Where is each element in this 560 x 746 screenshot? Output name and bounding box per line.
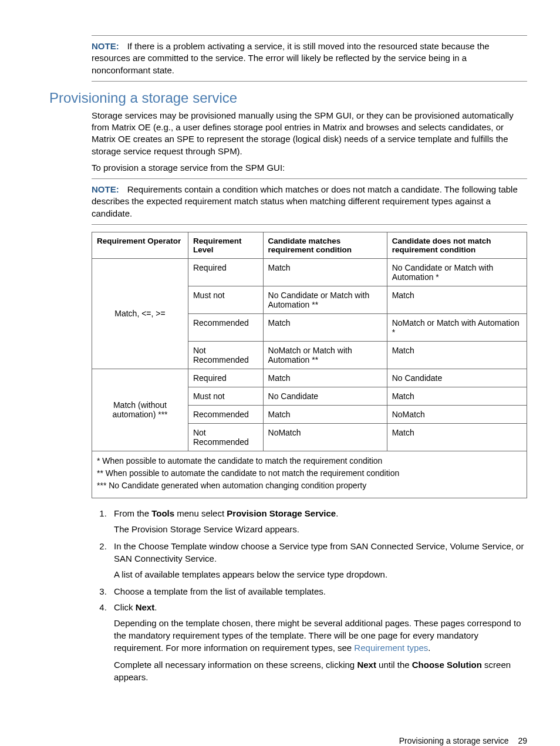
th-level: Requirement Level — [188, 232, 263, 258]
td: Not Recommended — [188, 423, 263, 451]
td-operator: Match, <=, >= — [92, 258, 188, 369]
footnote: *** No Candidate generated when automati… — [97, 480, 522, 492]
step-sub: A list of available templates appears be… — [114, 568, 527, 580]
intro-paragraph-2: To provision a storage service from the … — [92, 162, 527, 174]
table-footnotes: * When possible to automate the candidat… — [92, 451, 527, 498]
bold-tools: Tools — [151, 508, 174, 518]
text: Depending on the template chosen, there … — [114, 618, 521, 653]
text: . — [336, 508, 338, 518]
note-label: NOTE: — [92, 184, 119, 194]
td: Match — [387, 423, 527, 451]
intro-paragraph: Storage services may be provisioned manu… — [92, 110, 527, 157]
text: . — [428, 643, 430, 653]
link-requirement-types[interactable]: Requirement types — [354, 643, 428, 653]
step-4: Click Next. Depending on the template ch… — [109, 601, 527, 683]
step-text: Choose a template from the list of avail… — [114, 585, 527, 598]
page-number: 29 — [518, 736, 527, 745]
note-box-2: NOTE:Requirements contain a condition wh… — [92, 178, 527, 225]
td: Required — [188, 369, 263, 387]
step-3: Choose a template from the list of avail… — [109, 585, 527, 598]
note-text: If there is a problem activating a servi… — [92, 41, 490, 75]
td: NoMatch — [263, 423, 387, 451]
td: Match — [387, 286, 527, 313]
td: NoMatch — [387, 405, 527, 423]
note-text: Requirements contain a condition which m… — [92, 184, 518, 218]
td: Match — [263, 258, 387, 286]
td: Match — [263, 405, 387, 423]
step-1: From the Tools menu select Provision Sto… — [109, 507, 527, 535]
td: Match — [263, 313, 387, 341]
note-label: NOTE: — [92, 41, 119, 51]
td: Not Recommended — [188, 341, 263, 369]
step-text: In the Choose Template window choose a S… — [114, 540, 527, 565]
text: From the — [114, 508, 151, 518]
text: menu select — [174, 508, 227, 518]
step-2: In the Choose Template window choose a S… — [109, 540, 527, 580]
footnote: ** When possible to automate the candida… — [97, 467, 522, 480]
text: Complete all necessary information on th… — [114, 660, 357, 670]
th-match: Candidate matches requirement condition — [263, 232, 387, 258]
th-operator: Requirement Operator — [92, 232, 188, 258]
th-nomatch: Candidate does not match requirement con… — [387, 232, 527, 258]
steps-list: From the Tools menu select Provision Sto… — [92, 507, 527, 683]
td: NoMatch or Match with Automation ** — [263, 341, 387, 369]
text: until the — [376, 660, 412, 670]
bold-provision: Provision Storage Service — [227, 508, 336, 518]
td: Match — [263, 369, 387, 387]
text: . — [154, 602, 157, 612]
footnote: * When possible to automate the candidat… — [97, 455, 522, 467]
note-box-1: NOTE:If there is a problem activating a … — [92, 35, 527, 82]
td: Must not — [188, 387, 263, 405]
bold-next: Next — [136, 602, 155, 612]
section-heading: Provisioning a storage service — [49, 90, 527, 106]
bold-choose-solution: Choose Solution — [412, 660, 482, 670]
page-content: NOTE:If there is a problem activating a … — [0, 0, 560, 746]
td: Recommended — [188, 405, 263, 423]
td: No Candidate or Match with Automation ** — [263, 286, 387, 313]
td: No Candidate — [387, 369, 527, 387]
step-sub: The Provision Storage Service Wizard app… — [114, 523, 527, 535]
td: No Candidate — [263, 387, 387, 405]
td-operator: Match (without automation) *** — [92, 369, 188, 451]
text: Click — [114, 602, 136, 612]
requirements-table: Requirement Operator Requirement Level C… — [92, 232, 527, 451]
bold-next: Next — [357, 660, 376, 670]
td: Match — [387, 341, 527, 369]
td: Recommended — [188, 313, 263, 341]
page-footer: Provisioning a storage service 29 — [49, 736, 527, 745]
footer-title: Provisioning a storage service — [399, 736, 509, 745]
td: Required — [188, 258, 263, 286]
td: NoMatch or Match with Automation * — [387, 313, 527, 341]
td: Match — [387, 387, 527, 405]
td: No Candidate or Match with Automation * — [387, 258, 527, 286]
td: Must not — [188, 286, 263, 313]
